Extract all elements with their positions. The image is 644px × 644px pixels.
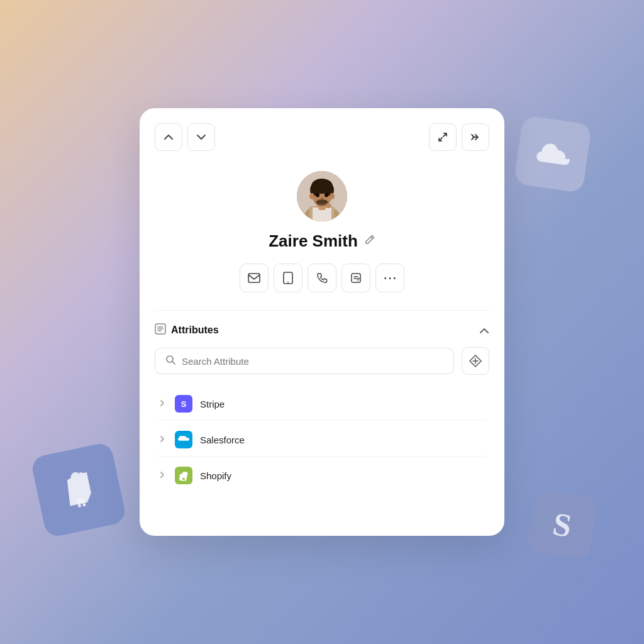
attributes-section: Attributes [155, 323, 489, 492]
svg-point-29 [185, 480, 186, 481]
floating-shopify-icon [30, 441, 127, 538]
svg-rect-24 [352, 274, 360, 282]
expand-button[interactable] [429, 123, 457, 151]
search-icon [165, 355, 175, 367]
integration-item-stripe[interactable]: S Stripe [155, 387, 489, 421]
profile-card: Zaire Smith ⋯ [140, 108, 504, 536]
floating-cloud-icon [514, 115, 592, 193]
collapse-attributes-button[interactable] [479, 324, 489, 337]
card-toolbar [155, 123, 489, 151]
svg-point-2 [82, 502, 86, 506]
svg-point-13 [309, 193, 314, 199]
chevron-salesforce-icon [160, 435, 165, 445]
scroll-down-button[interactable] [187, 123, 215, 151]
chevron-shopify-icon [160, 471, 165, 480]
svg-point-20 [325, 203, 331, 208]
integration-item-salesforce[interactable]: Salesforce [155, 423, 489, 457]
add-attribute-button[interactable] [462, 347, 489, 375]
search-input-wrapper[interactable] [155, 348, 454, 374]
profile-name: Zaire Smith [269, 231, 358, 251]
shopify-label: Shopify [200, 470, 231, 481]
toolbar-action-group [429, 123, 489, 151]
forward-button[interactable] [462, 123, 489, 151]
stripe-logo: S [175, 395, 192, 413]
integration-item-shopify[interactable]: Shopify [155, 459, 489, 492]
stripe-label: Stripe [200, 399, 225, 409]
svg-rect-21 [248, 274, 260, 282]
attributes-section-icon [155, 323, 166, 337]
svg-point-15 [316, 193, 319, 197]
salesforce-logo [175, 431, 192, 448]
svg-point-16 [325, 193, 328, 197]
toolbar-nav-group [155, 123, 215, 151]
integration-list: S Stripe Salesforce [155, 387, 489, 492]
shopify-logo [175, 467, 192, 484]
chevron-stripe-icon [160, 399, 165, 409]
attributes-header: Attributes [155, 323, 489, 337]
svg-point-14 [330, 193, 335, 199]
svg-point-23 [287, 282, 289, 283]
profile-section: Zaire Smith ⋯ [155, 171, 489, 292]
search-bar [155, 347, 489, 375]
search-attribute-input[interactable] [182, 356, 443, 367]
svg-point-1 [77, 504, 81, 508]
email-button[interactable] [240, 264, 269, 292]
salesforce-label: Salesforce [200, 435, 245, 445]
phone-button[interactable] [308, 264, 336, 292]
edit-name-icon[interactable] [364, 234, 375, 248]
scroll-up-button[interactable] [155, 123, 182, 151]
attributes-title: Attributes [155, 323, 219, 337]
avatar [297, 171, 347, 221]
svg-rect-27 [182, 478, 185, 480]
more-button[interactable]: ⋯ [375, 264, 404, 292]
section-divider [155, 310, 489, 311]
floating-stripe-icon: S [526, 488, 599, 561]
action-icons-row: ⋯ [240, 264, 404, 292]
tablet-button[interactable] [274, 264, 303, 292]
svg-point-28 [182, 480, 184, 481]
attributes-label: Attributes [171, 325, 219, 336]
profile-name-row: Zaire Smith [269, 231, 375, 251]
note-button[interactable] [341, 264, 370, 292]
